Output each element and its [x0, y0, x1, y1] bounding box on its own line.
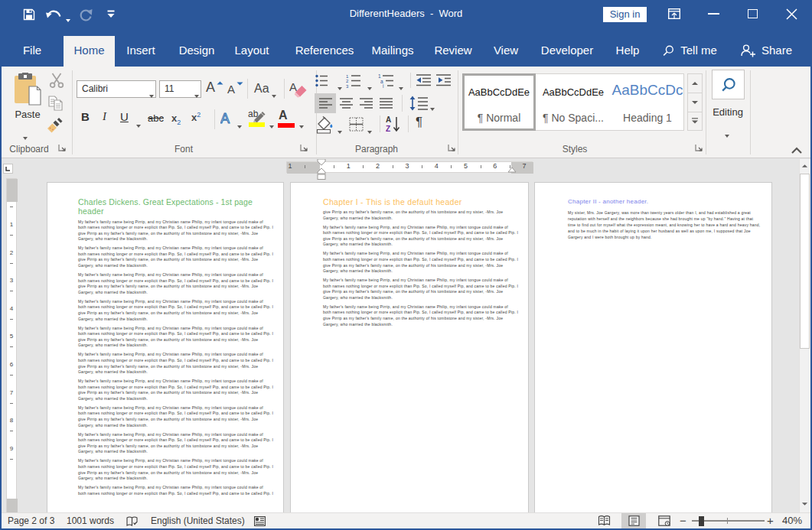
svg-text:i: i	[383, 83, 383, 88]
svg-text:2: 2	[346, 79, 349, 83]
svg-text:1: 1	[346, 74, 349, 79]
svg-text:A: A	[386, 115, 391, 124]
svg-text:A: A	[220, 111, 230, 125]
svg-text:A: A	[289, 80, 297, 93]
svg-text:Z: Z	[386, 125, 390, 133]
svg-text:3: 3	[346, 84, 349, 89]
